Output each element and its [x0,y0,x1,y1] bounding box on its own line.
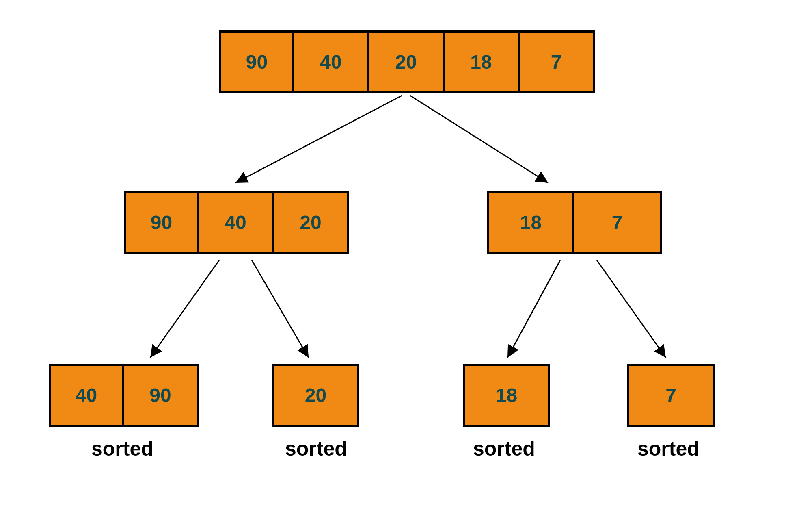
array-cell: 18 [445,30,520,93]
array-cell: 7 [627,364,715,427]
array-level1-right: 18 7 [487,191,662,254]
array-level0: 90 40 20 18 7 [219,30,595,93]
array-cell: 7 [520,30,595,93]
array-cell: 18 [487,191,574,254]
array-cell: 90 [219,30,294,93]
svg-line-2 [150,260,219,358]
array-cell: 40 [49,364,124,427]
array-cell: 20 [272,364,359,427]
array-cell: 40 [294,30,369,93]
array-level2-d: 7 [627,364,715,427]
array-level2-a: 40 90 [49,364,199,427]
sorted-label: sorted [473,437,535,460]
array-cell: 90 [124,364,199,427]
sorted-label: sorted [637,437,700,460]
array-level1-left: 90 40 20 [124,191,349,254]
array-cell: 40 [199,191,274,254]
svg-line-5 [597,260,666,358]
svg-line-3 [252,260,309,358]
array-level2-c: 18 [463,364,550,427]
array-level2-b: 20 [272,364,359,427]
array-cell: 18 [463,364,550,427]
sorted-label: sorted [285,437,347,460]
sorted-label: sorted [91,437,153,460]
array-cell: 90 [124,191,199,254]
svg-line-1 [410,96,548,183]
array-cell: 7 [574,191,662,254]
merge-sort-diagram: 90 40 20 18 7 90 40 20 18 7 40 90 sorted… [0,0,812,508]
svg-line-4 [508,260,560,358]
array-cell: 20 [369,30,445,93]
array-cell: 20 [274,191,349,254]
svg-line-0 [235,96,402,183]
